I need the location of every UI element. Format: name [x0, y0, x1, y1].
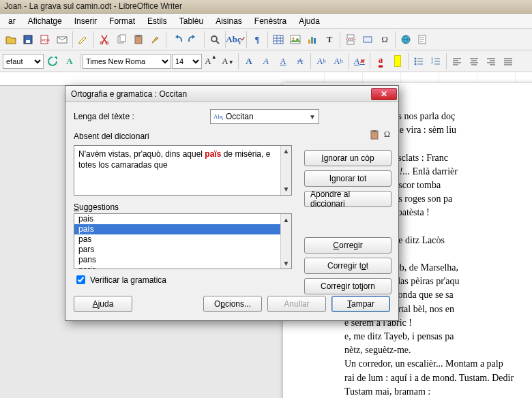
redo-icon[interactable]: [186, 31, 202, 48]
number-list-icon[interactable]: 12: [428, 53, 444, 70]
svg-rect-19: [347, 41, 354, 44]
align-left-icon[interactable]: [449, 53, 465, 70]
correct-always-button[interactable]: Corregir totjorn: [304, 278, 391, 294]
spellcheck-lang-icon: Abç: [213, 112, 223, 121]
search-icon[interactable]: [207, 31, 223, 48]
scroll-up-icon[interactable]: ▲: [281, 214, 291, 225]
svg-point-23: [415, 57, 417, 59]
subscript-icon[interactable]: Ab: [330, 53, 346, 70]
bullet-list-icon[interactable]: [411, 53, 427, 70]
hyperlink-icon[interactable]: [398, 31, 414, 48]
grow-font-icon[interactable]: A▲: [203, 53, 219, 70]
scroll-down-icon[interactable]: ▼: [281, 184, 291, 195]
scrollbar[interactable]: ▲ ▼: [280, 214, 291, 269]
clear-format-icon[interactable]: A✖: [351, 53, 368, 70]
style-new-icon[interactable]: A: [61, 53, 78, 70]
style-update-icon[interactable]: [44, 53, 61, 70]
menu-item[interactable]: Ajuda: [293, 15, 325, 27]
export-pdf-icon[interactable]: PDF: [37, 31, 53, 48]
add-to-dictionary-button[interactable]: Apondre al diccionari: [304, 191, 391, 207]
svg-rect-8: [120, 35, 125, 42]
font-size-select[interactable]: 14: [172, 54, 202, 69]
align-center-icon[interactable]: [466, 53, 482, 70]
footnote-icon[interactable]: [415, 31, 431, 48]
svg-rect-20: [364, 37, 372, 42]
suggestions-listbox[interactable]: paispaíspasparspansparis ▲ ▼: [74, 213, 292, 269]
menu-item[interactable]: Fenèstra: [249, 15, 292, 27]
dialog-titlebar[interactable]: Ortografia e gramatica : Occitan ✕: [65, 86, 398, 102]
menu-item[interactable]: ar: [3, 15, 21, 27]
edit-icon[interactable]: [75, 31, 91, 48]
italic-icon[interactable]: A: [258, 53, 274, 70]
image-icon[interactable]: [287, 31, 304, 48]
close-button[interactable]: Tampar: [331, 296, 390, 312]
field-icon[interactable]: [359, 31, 376, 48]
suggestion-item[interactable]: pais: [74, 214, 291, 224]
menu-item[interactable]: Inserir: [69, 15, 102, 27]
undo-button: Anullar: [267, 296, 326, 312]
language-select[interactable]: Abç Occitan ▼: [210, 109, 319, 124]
window-titlebar: Joan - La grava sul camin.odt - LibreOff…: [0, 0, 532, 14]
suggestion-item[interactable]: pans: [74, 255, 291, 265]
svg-rect-17: [314, 38, 316, 44]
shrink-font-icon[interactable]: A▼: [220, 53, 236, 70]
style-select[interactable]: efaut: [3, 54, 44, 69]
options-button[interactable]: Opcions...: [203, 296, 262, 312]
correct-button[interactable]: Corregir: [304, 237, 391, 254]
scroll-up-icon[interactable]: ▲: [281, 146, 291, 157]
scrollbar[interactable]: ▲ ▼: [280, 146, 291, 195]
menu-item[interactable]: Afichatge: [23, 15, 68, 27]
check-grammar-checkbox[interactable]: [76, 275, 85, 284]
scroll-down-icon[interactable]: ▼: [281, 258, 291, 269]
undo-icon[interactable]: [168, 31, 185, 48]
special-char-icon[interactable]: Ω: [384, 129, 390, 142]
format-paintbrush-icon[interactable]: [147, 31, 164, 48]
strike-icon[interactable]: A: [292, 53, 308, 70]
correct-all-button[interactable]: Corregir tot: [304, 258, 391, 274]
help-button[interactable]: Ajuda: [74, 296, 132, 312]
menu-item[interactable]: Aisinas: [210, 15, 248, 27]
ignore-once-button[interactable]: Ignorar un còp: [304, 150, 391, 166]
suggestion-item[interactable]: pars: [74, 245, 291, 255]
close-icon[interactable]: ✕: [371, 88, 397, 100]
svg-text:2: 2: [431, 60, 434, 64]
chart-icon[interactable]: [304, 31, 321, 48]
page-break-icon[interactable]: [342, 31, 359, 48]
font-name-select[interactable]: Times New Roma: [83, 54, 171, 69]
table-icon[interactable]: [270, 31, 286, 48]
suggestion-item[interactable]: pas: [74, 234, 291, 245]
svg-text:Abç: Abç: [213, 113, 223, 120]
document-line: e, me ditz Tayeb, i pensas pa: [344, 331, 532, 343]
align-justify-icon[interactable]: [500, 53, 516, 70]
copy-icon[interactable]: [113, 31, 130, 48]
superscript-icon[interactable]: Ab: [313, 53, 329, 70]
not-in-dict-label: Absent del diccionari: [74, 132, 149, 141]
ignore-all-button[interactable]: Ignorar tot: [304, 170, 391, 187]
special-char-icon[interactable]: Ω: [376, 31, 393, 48]
textbox-icon[interactable]: T: [321, 31, 338, 48]
align-right-icon[interactable]: [483, 53, 499, 70]
underline-icon[interactable]: A: [275, 53, 291, 70]
open-icon[interactable]: [3, 31, 19, 48]
cut-icon[interactable]: [96, 31, 113, 48]
save-icon[interactable]: [20, 31, 36, 48]
suggestion-item[interactable]: paris: [74, 265, 291, 269]
font-color-icon[interactable]: a: [372, 53, 389, 70]
menu-item[interactable]: Tablèu: [174, 15, 209, 27]
sentence-textbox[interactable]: N'avèm vistas, pr'aquò, dins aquel païs …: [74, 145, 292, 196]
paste-icon[interactable]: [369, 129, 380, 142]
bold-icon[interactable]: A: [241, 53, 257, 70]
paste-icon[interactable]: [130, 31, 147, 48]
svg-point-25: [415, 63, 417, 65]
mail-icon[interactable]: [54, 31, 70, 48]
menu-item[interactable]: Format: [104, 15, 141, 27]
sentence-error-word: païs: [205, 149, 221, 159]
menu-item[interactable]: Estils: [142, 15, 173, 27]
highlight-icon[interactable]: [389, 53, 406, 70]
dialog-title: Ortografia e gramatica : Occitan: [71, 89, 187, 99]
nonprinting-chars-icon[interactable]: ¶: [249, 31, 265, 48]
svg-rect-1: [26, 40, 30, 43]
suggestion-item[interactable]: país: [74, 224, 291, 234]
spellcheck-icon[interactable]: Abç✔: [228, 31, 244, 48]
svg-rect-30: [372, 130, 376, 132]
